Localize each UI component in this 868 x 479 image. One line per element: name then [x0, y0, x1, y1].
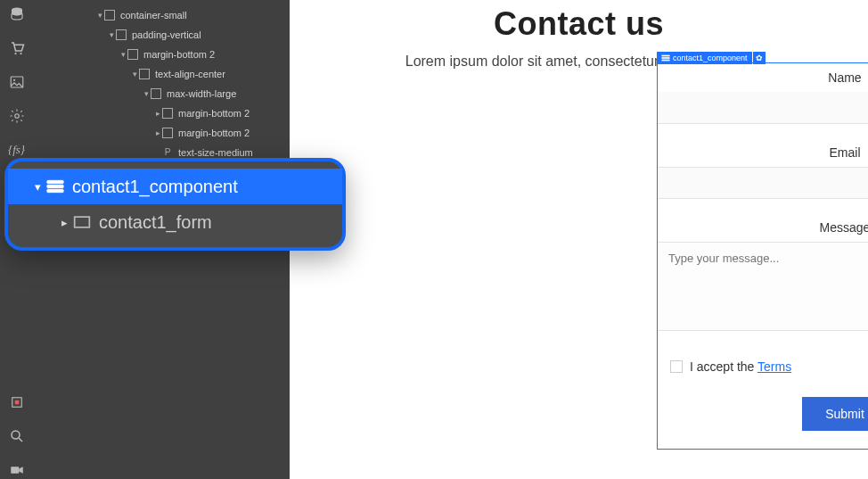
record-icon[interactable] [8, 393, 26, 411]
name-field[interactable] [658, 92, 868, 124]
chevron-down-icon: ▾ [29, 180, 45, 194]
svg-point-8 [12, 431, 20, 439]
contact1-form: Name Email Message I accept the Terms Su… [658, 63, 868, 431]
svg-rect-12 [47, 189, 63, 192]
svg-rect-7 [14, 401, 19, 405]
terms-checkbox-row: I accept the Terms [658, 334, 868, 374]
fs-icon[interactable]: {fs} [8, 141, 26, 159]
callout-label: contact1_form [99, 212, 212, 233]
selection-badge[interactable]: contact1_component ✿ [657, 52, 766, 64]
name-label: Name [658, 70, 868, 85]
navigator-panel: ▾container-small ▾padding-vertical ▾marg… [33, 0, 290, 479]
image-icon[interactable] [8, 73, 26, 91]
box-icon [72, 214, 92, 230]
page-title: Contact us [290, 5, 868, 43]
database-icon[interactable] [8, 5, 26, 23]
svg-rect-13 [75, 217, 90, 227]
svg-rect-11 [47, 185, 63, 187]
svg-rect-9 [11, 467, 19, 474]
video-icon[interactable] [8, 461, 26, 479]
email-field[interactable] [658, 167, 868, 199]
message-label: Message [658, 220, 868, 235]
svg-point-4 [12, 79, 14, 81]
svg-rect-14 [661, 55, 669, 57]
svg-rect-10 [47, 180, 63, 183]
design-canvas: Contact us Lorem ipsum dolor sit amet, c… [290, 0, 868, 479]
tree-item-container-small[interactable]: ▾container-small [33, 5, 290, 25]
tree-item-margin-bottom-b[interactable]: ▸margin-bottom 2 [33, 123, 290, 143]
callout-row-contact1-form[interactable]: ▸ contact1_form [8, 204, 342, 240]
selection-badge-label: contact1_component [673, 54, 748, 62]
callout-label: contact1_component [72, 177, 238, 197]
email-label: Email [658, 145, 868, 160]
search-icon[interactable] [8, 427, 26, 445]
tree-item-padding-vertical[interactable]: ▾padding-vertical [33, 25, 290, 45]
tree-callout: ▾ contact1_component ▸ contact1_form [4, 158, 346, 251]
chevron-right-icon: ▸ [56, 216, 72, 229]
tree-item-text-align-center[interactable]: ▾text-align-center [33, 64, 290, 84]
tree-item-margin-bottom[interactable]: ▾margin-bottom 2 [33, 45, 290, 64]
element-tree: ▾container-small ▾padding-vertical ▾marg… [33, 0, 290, 162]
message-field[interactable] [658, 242, 868, 331]
terms-text: I accept the Terms [690, 359, 791, 374]
svg-rect-15 [661, 57, 669, 59]
svg-point-5 [14, 114, 19, 119]
submit-button[interactable]: Submit [802, 397, 868, 431]
terms-link[interactable]: Terms [757, 359, 791, 374]
svg-point-1 [14, 53, 16, 54]
cart-icon[interactable] [8, 39, 26, 57]
form-block-icon [661, 54, 670, 62]
contact1-component[interactable]: Name Email Message I accept the Terms Su… [657, 62, 868, 450]
svg-point-2 [20, 53, 21, 54]
tree-item-margin-bottom-a[interactable]: ▸margin-bottom 2 [33, 103, 290, 123]
settings-icon[interactable] [8, 107, 26, 125]
tree-item-max-width-large[interactable]: ▾max-width-large [33, 84, 290, 103]
callout-row-contact1-component[interactable]: ▾ contact1_component [8, 169, 342, 204]
svg-rect-16 [661, 60, 669, 62]
form-block-icon [45, 178, 65, 194]
gear-icon[interactable]: ✿ [753, 52, 766, 64]
terms-checkbox[interactable] [670, 360, 683, 373]
